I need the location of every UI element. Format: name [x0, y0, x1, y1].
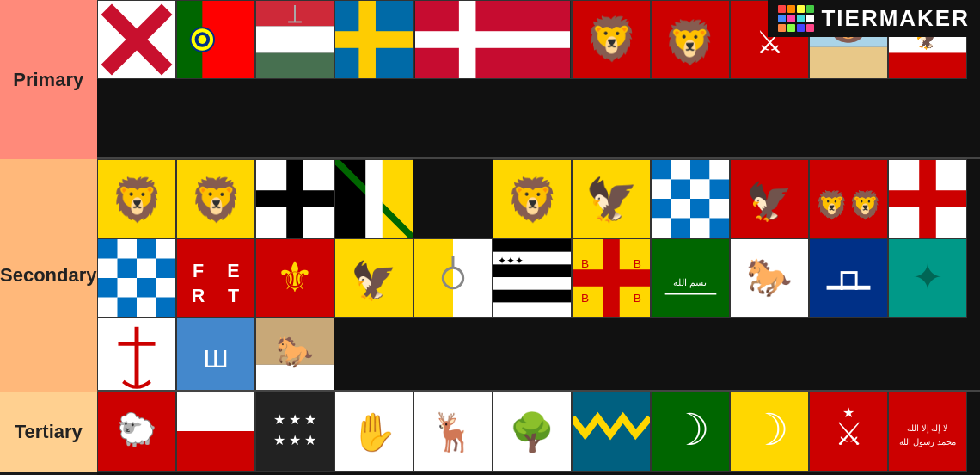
svg-text:✋: ✋ [351, 410, 397, 454]
flag-hand[interactable]: ✋ [334, 392, 413, 472]
svg-text:🦅: 🦅 [746, 180, 793, 224]
svg-rect-79 [156, 298, 175, 318]
svg-rect-51 [709, 160, 729, 180]
flag-hre-eagle[interactable]: 🦅 [334, 238, 413, 318]
flag-danzig[interactable] [97, 318, 176, 392]
flag-deer[interactable]: 🦌 [413, 392, 493, 472]
logo-dot [787, 5, 795, 13]
flag-fert[interactable]: F E R T [176, 238, 255, 318]
flag-byzantine[interactable]: B B B B [572, 238, 651, 318]
svg-rect-112 [826, 286, 870, 290]
flag-denmark[interactable] [413, 0, 572, 79]
svg-text:☽: ☽ [750, 405, 789, 454]
svg-text:🌳: 🌳 [509, 410, 555, 454]
flag-wales-lion[interactable]: 🦁 [176, 159, 255, 238]
svg-text:★ ★ ★: ★ ★ ★ [273, 433, 316, 447]
flag-st-george[interactable]: 🐎 [730, 238, 809, 318]
tiermaker-text: TiERMAKER [821, 5, 970, 32]
svg-text:B: B [581, 292, 589, 305]
svg-text:🦁: 🦁 [664, 17, 717, 68]
flag-venice[interactable]: 🦁 [572, 0, 651, 79]
svg-rect-58 [690, 199, 710, 219]
svg-text:🦁: 🦁 [189, 175, 242, 225]
flag-crimea-tamga[interactable]: ш [176, 318, 255, 392]
svg-text:⚔: ⚔ [834, 416, 862, 452]
flag-scotland[interactable]: 🦁 [97, 159, 176, 238]
svg-rect-38 [286, 160, 303, 238]
logo-dot [787, 15, 795, 22]
flag-flanders[interactable]: 🦁 [493, 159, 572, 238]
svg-rect-55 [709, 180, 729, 200]
flag-portugal[interactable] [176, 0, 255, 79]
flag-stars-black[interactable]: ★ ★ ★ ★ ★ ★ [255, 392, 334, 472]
flag-arabia[interactable]: بسم الله [651, 238, 730, 318]
logo-dot [778, 15, 786, 22]
svg-rect-48 [652, 160, 671, 180]
logo-dot [797, 24, 805, 32]
svg-rect-94 [493, 239, 571, 252]
svg-text:🐎: 🐎 [276, 334, 314, 370]
flag-hungary[interactable] [255, 0, 334, 79]
svg-rect-61 [671, 219, 690, 238]
svg-rect-54 [690, 180, 710, 200]
svg-text:⚜: ⚜ [276, 254, 314, 300]
svg-text:⊓: ⊓ [836, 262, 860, 296]
svg-text:ш: ш [203, 338, 229, 374]
svg-text:☽: ☽ [671, 405, 710, 454]
flag-celtic[interactable]: ✦ [888, 238, 967, 318]
svg-rect-17 [415, 31, 570, 48]
svg-text:E: E [227, 261, 239, 281]
flag-brittany[interactable]: ✦✦✦ [493, 238, 572, 318]
svg-rect-52 [652, 180, 671, 200]
flag-saxony[interactable] [334, 159, 413, 238]
flag-bavaria[interactable] [651, 159, 730, 238]
flag-burgundy-cross[interactable] [97, 0, 176, 79]
flag-tree[interactable]: 🌳 [493, 392, 572, 472]
svg-rect-73 [137, 239, 156, 259]
tertiary-label: Tertiary [0, 392, 97, 472]
flag-florence[interactable]: ⚜ [255, 238, 334, 318]
flag-arabic-text[interactable]: لا إله إلا الله محمد رسول الله [888, 392, 967, 472]
logo-dot [778, 24, 786, 32]
flag-lamb[interactable]: 🐑 [97, 392, 176, 472]
flag-zigzag[interactable] [572, 392, 651, 472]
svg-rect-127 [256, 392, 334, 471]
flag-papal[interactable] [413, 238, 493, 318]
svg-text:B: B [633, 292, 640, 305]
flag-bohemia[interactable]: 🦁 [651, 0, 730, 79]
flag-england-normandy[interactable]: 🦁🦁 [809, 159, 888, 238]
svg-text:B: B [581, 257, 589, 270]
svg-text:🦁: 🦁 [505, 175, 559, 225]
flag-pomerania[interactable]: 🦅 [730, 159, 809, 238]
flag-crescent-green[interactable]: ☽ [651, 392, 730, 472]
svg-rect-63 [709, 219, 729, 238]
svg-text:✦: ✦ [912, 256, 943, 298]
svg-rect-121 [256, 365, 334, 392]
logo-dot [778, 5, 786, 13]
svg-text:🦌: 🦌 [430, 410, 476, 454]
svg-rect-90 [453, 239, 492, 317]
logo-dot [806, 5, 814, 13]
logo-dot [797, 5, 805, 13]
secondary-label: Secondary [0, 159, 97, 392]
flag-england-cross[interactable] [888, 159, 967, 238]
flag-black-eagle[interactable]: 🦅 [572, 159, 651, 238]
svg-rect-26 [810, 47, 887, 78]
flag-teutonic[interactable] [255, 159, 334, 238]
flag-star-sword[interactable]: ⚔ ★ [809, 392, 888, 472]
flag-crescent-white[interactable]: ☽ [730, 392, 809, 472]
svg-rect-57 [671, 199, 690, 219]
tiermaker-logo: TiERMAKER [768, 0, 980, 37]
svg-text:بسم الله: بسم الله [673, 277, 707, 288]
flag-poland[interactable] [176, 392, 255, 472]
tier-labels: Primary Secondary Tertiary [0, 0, 97, 475]
flag-crimea-blue[interactable]: ⊓ [809, 238, 888, 318]
svg-rect-10 [256, 53, 334, 78]
svg-rect-95 [493, 264, 571, 277]
flag-sweden[interactable] [334, 0, 413, 79]
flag-horse[interactable]: 🐎 [255, 318, 334, 392]
flags-area: TiERMAKER 🦁 [97, 0, 981, 475]
svg-rect-59 [709, 199, 729, 219]
flag-bavaria-lozenge[interactable] [97, 238, 176, 318]
svg-text:🦁: 🦁 [585, 14, 638, 65]
